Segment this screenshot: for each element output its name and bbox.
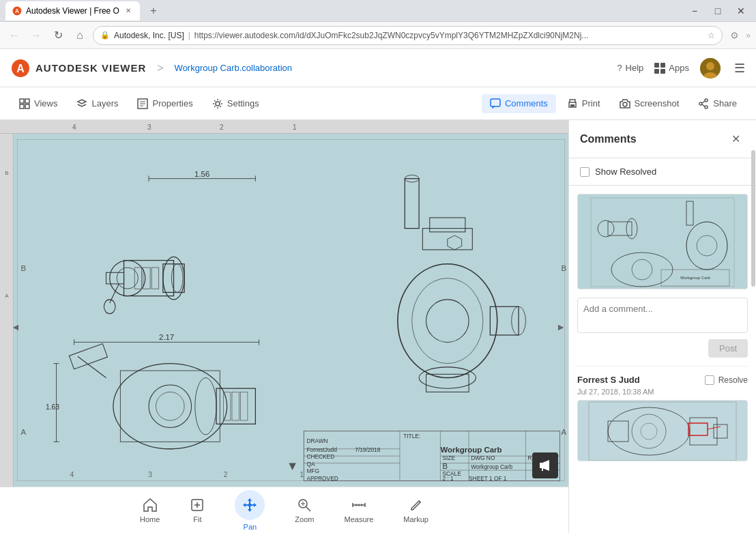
back-button[interactable]: ←: [5, 27, 23, 44]
forward-button[interactable]: →: [27, 27, 45, 44]
svg-rect-38: [124, 261, 174, 296]
layers-button[interactable]: Layers: [68, 94, 126, 113]
resolve-checkbox[interactable]: [705, 375, 714, 385]
svg-point-42: [171, 264, 183, 293]
svg-rect-44: [143, 268, 150, 289]
pan-label: Pan: [244, 523, 257, 531]
svg-text:2 : 1: 2 : 1: [443, 475, 454, 482]
svg-text:ForrestJudd: ForrestJudd: [306, 446, 337, 453]
url-separator: |: [188, 31, 190, 40]
svg-rect-68: [405, 179, 419, 229]
cad-drawing-svg: 1.56: [14, 134, 568, 487]
panel-body[interactable]: Workgroup Carb Post Forrest S Judd: [569, 186, 756, 533]
measure-button[interactable]: Measure: [336, 493, 381, 528]
svg-text:Workgroup  Carb: Workgroup Carb: [440, 446, 501, 454]
menu-button[interactable]: ☰: [734, 61, 745, 76]
main-area: 4 3 2 1 B A ◄ ►: [0, 120, 756, 533]
extensions-more[interactable]: »: [746, 31, 751, 40]
scrollbar-thumb[interactable]: [751, 150, 755, 287]
share-button[interactable]: Share: [690, 94, 745, 113]
svg-point-152: [641, 423, 657, 440]
svg-line-25: [702, 104, 705, 106]
avatar-image: [700, 58, 721, 78]
comments-button[interactable]: Comments: [482, 94, 556, 113]
home-nav-button[interactable]: ⌂: [71, 27, 89, 44]
svg-point-62: [156, 392, 184, 420]
markup-icon: [409, 498, 424, 513]
home-icon: [143, 498, 158, 513]
cad-canvas[interactable]: 1.56: [14, 134, 568, 487]
help-button[interactable]: ? Help: [617, 63, 643, 73]
svg-text:A: A: [5, 293, 9, 299]
svg-rect-153: [690, 418, 717, 445]
fit-button[interactable]: Fit: [181, 493, 213, 528]
markup-button[interactable]: Markup: [395, 493, 437, 528]
svg-point-21: [705, 99, 708, 102]
post-button[interactable]: Post: [708, 339, 748, 358]
window-controls: − □ ✕: [685, 3, 751, 18]
zoom-button[interactable]: Zoom: [287, 493, 322, 528]
refresh-button[interactable]: ↻: [49, 27, 67, 44]
pan-button[interactable]: Pan: [227, 486, 273, 534]
svg-text:4: 4: [70, 471, 74, 478]
properties-button[interactable]: Properties: [129, 94, 201, 113]
app-header: A AUTODESK VIEWER > Workgroup Carb.colla…: [0, 49, 756, 87]
maximize-button[interactable]: □: [708, 3, 727, 18]
svg-point-48: [104, 300, 115, 314]
views-button[interactable]: Views: [11, 94, 66, 113]
thumbnail-svg: Workgroup Carb: [578, 195, 747, 289]
new-tab-button[interactable]: +: [144, 1, 163, 20]
svg-point-22: [705, 106, 708, 109]
browser-tab[interactable]: A Autodesk Viewer | Free O ✕: [5, 1, 140, 20]
bookmark-star-icon[interactable]: ☆: [708, 31, 715, 40]
user-avatar[interactable]: [700, 58, 721, 78]
minimize-button[interactable]: −: [685, 3, 704, 18]
address-bar[interactable]: 🔒 Autodesk, Inc. [US] | https://viewer.a…: [93, 26, 723, 45]
svg-text:TITLE:: TITLE:: [403, 433, 420, 440]
comments-icon: [490, 98, 501, 109]
drawing-area[interactable]: 4 3 2 1 B A ◄ ►: [0, 120, 568, 533]
home-button[interactable]: Home: [132, 493, 168, 528]
svg-text:A: A: [16, 63, 25, 74]
checkbox-icon: [580, 167, 590, 177]
panel-toolbar: Show Resolved: [569, 158, 756, 186]
svg-text:B: B: [443, 462, 448, 470]
properties-icon: [137, 98, 148, 109]
svg-point-143: [686, 222, 727, 270]
svg-marker-88: [289, 463, 295, 470]
notification-button[interactable]: [532, 452, 558, 478]
show-resolved-checkbox[interactable]: Show Resolved: [580, 167, 656, 177]
pan-icon: [242, 498, 257, 513]
tab-close-button[interactable]: ✕: [123, 6, 133, 16]
svg-line-157: [708, 427, 721, 429]
screenshot-button[interactable]: Screenshot: [611, 94, 688, 113]
svg-marker-77: [448, 235, 462, 250]
resolve-control[interactable]: Resolve: [705, 375, 748, 385]
measure-label: Measure: [344, 515, 373, 523]
show-resolved-label: Show Resolved: [595, 167, 656, 177]
comment-date: Jul 27, 2018, 10:38 AM: [577, 388, 748, 396]
extension-icon[interactable]: ⊙: [727, 28, 742, 43]
company-name: Autodesk, Inc. [US]: [114, 31, 184, 40]
svg-text:2: 2: [224, 471, 228, 478]
scrollbar[interactable]: [751, 136, 756, 409]
panel-close-button[interactable]: ✕: [726, 130, 745, 149]
layers-icon: [76, 98, 87, 109]
svg-marker-158: [540, 463, 542, 468]
svg-point-141: [598, 220, 614, 237]
svg-rect-155: [608, 421, 628, 442]
svg-text:SIZE: SIZE: [443, 455, 456, 461]
svg-text:QA: QA: [306, 461, 315, 467]
svg-rect-142: [686, 201, 693, 225]
print-button[interactable]: Print: [559, 94, 609, 113]
right-arrow-icon[interactable]: ►: [556, 321, 566, 332]
comment-input[interactable]: [577, 298, 748, 333]
left-arrow-icon[interactable]: ◄: [11, 321, 20, 332]
properties-label: Properties: [152, 98, 192, 109]
apps-button[interactable]: Apps: [654, 63, 689, 74]
svg-text:B: B: [20, 264, 26, 272]
breadcrumb-link[interactable]: Workgroup Carb.collaboration: [175, 63, 292, 73]
print-label: Print: [582, 98, 600, 109]
close-button[interactable]: ✕: [731, 3, 751, 18]
settings-button[interactable]: Settings: [204, 94, 267, 113]
